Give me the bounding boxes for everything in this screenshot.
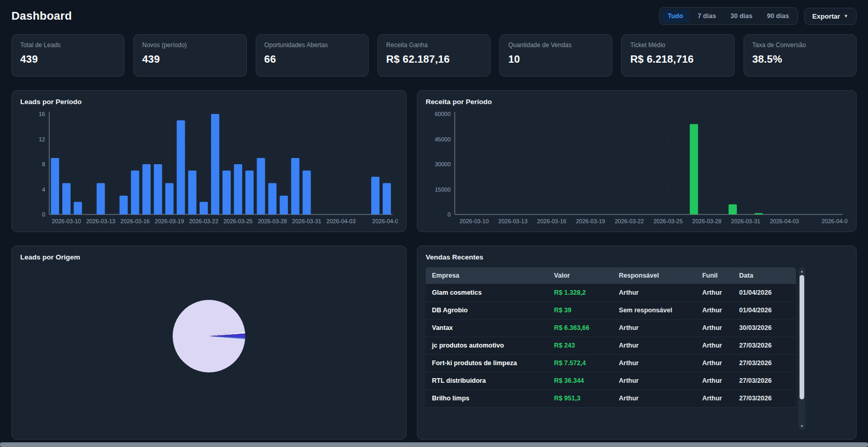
range-tab-tudo[interactable]: Tudo [661, 9, 690, 23]
cell-funil: Arthur [696, 284, 733, 301]
cell-funil: Arthur [696, 337, 733, 354]
range-tab-30-dias[interactable]: 30 dias [724, 9, 759, 23]
svg-text:15000: 15000 [435, 186, 451, 193]
svg-text:2026-03-10: 2026-03-10 [52, 218, 81, 224]
kpi-label: Ticket Médio [630, 41, 725, 49]
cell-empresa: Fort-ki produtos de limpeza [426, 354, 548, 372]
kpi-label: Quantidade de Vendas [508, 41, 604, 49]
kpi-value: 439 [142, 53, 237, 65]
svg-text:2026-03-25: 2026-03-25 [653, 218, 682, 224]
cell-responsavel: Arthur [613, 284, 696, 301]
svg-text:0: 0 [42, 211, 45, 218]
horizontal-scrollbar-thumb[interactable] [0, 442, 868, 447]
page-title: Dashboard [11, 9, 72, 23]
dashboard-page: Dashboard Tudo7 dias30 dias90 dias Expor… [0, 0, 868, 440]
svg-text:2026-04-07: 2026-04-07 [372, 218, 398, 224]
kpi-card: Receita GanhaR$ 62.187,16 [377, 34, 491, 77]
table-row[interactable]: jc produtos automotivoR$ 243ArthurArthur… [426, 337, 796, 354]
topbar-controls: Tudo7 dias30 dias90 dias Exportar ▼ [659, 7, 857, 25]
cell-funil: Arthur [696, 319, 733, 337]
kpi-card: Taxa de Conversão38.5% [744, 34, 857, 77]
svg-text:2026-03-16: 2026-03-16 [120, 218, 149, 224]
kpi-card: Ticket MédioR$ 6.218,716 [621, 34, 734, 77]
svg-text:2026-03-10: 2026-03-10 [459, 218, 488, 224]
kpi-label: Oportunidades Abertas [264, 41, 360, 49]
panel-title-revenue-period: Receita por Período [426, 98, 848, 106]
svg-text:2026-03-25: 2026-03-25 [223, 218, 253, 224]
scroll-down-icon[interactable]: ▼ [800, 423, 804, 429]
kpi-label: Total de Leads [20, 41, 116, 49]
kpi-value: 38.5% [752, 53, 848, 65]
kpi-value: R$ 6.218,716 [630, 53, 725, 65]
scroll-up-icon[interactable]: ▲ [800, 268, 804, 274]
cell-data: 01/04/2026 [733, 284, 796, 301]
cell-empresa: DB Agrobio [426, 301, 548, 319]
table-row[interactable]: RTL distribuidoraR$ 36.344ArthurArthur27… [426, 372, 796, 390]
svg-text:45000: 45000 [435, 136, 451, 142]
svg-text:2026-04-07: 2026-04-07 [821, 218, 848, 224]
svg-text:2026-03-13: 2026-03-13 [86, 218, 115, 224]
svg-text:2026-03-19: 2026-03-19 [155, 218, 184, 224]
cell-responsavel: Arthur [613, 337, 696, 354]
table-row[interactable]: DB AgrobioR$ 39Sem responsávelArthur01/0… [426, 301, 796, 319]
scrollbar-thumb[interactable] [800, 275, 804, 399]
cell-responsavel: Arthur [613, 354, 696, 372]
leads-bar-chart: 04812162026-03-102026-03-132026-03-16202… [20, 109, 398, 227]
cell-data: 27/03/2026 [733, 354, 796, 372]
kpi-label: Novos (período) [142, 41, 237, 49]
revenue-period-panel: Receita por Período 01500030000450006000… [417, 90, 857, 232]
sales-table-header: EmpresaValorResponsávelFunilData [426, 267, 796, 284]
svg-text:2026-03-19: 2026-03-19 [576, 218, 605, 224]
panel-title-leads-origin: Leads por Origem [20, 253, 398, 261]
column-header-data: Data [733, 267, 796, 284]
cell-valor: R$ 1.328,2 [548, 284, 613, 301]
svg-text:60000: 60000 [435, 111, 451, 117]
cell-responsavel: Arthur [613, 319, 696, 337]
kpi-card: Quantidade de Vendas10 [499, 34, 612, 77]
column-header-valor: Valor [548, 267, 613, 284]
svg-text:2026-03-16: 2026-03-16 [537, 218, 566, 224]
kpi-card: Total de Leads439 [11, 34, 124, 77]
cell-responsavel: Sem responsável [613, 301, 696, 319]
svg-text:4: 4 [42, 186, 45, 193]
cell-empresa: Vantax [426, 319, 548, 337]
svg-text:2026-03-31: 2026-03-31 [731, 218, 760, 224]
column-header-empresa: Empresa [426, 267, 548, 284]
table-row[interactable]: VantaxR$ 6.363,66ArthurArthur30/03/2026 [426, 319, 796, 337]
cell-data: 30/03/2026 [733, 319, 796, 337]
table-vertical-scrollbar[interactable]: ▲ ▼ [799, 267, 805, 430]
export-button[interactable]: Exportar ▼ [804, 8, 857, 25]
table-row[interactable]: Brilho limpsR$ 951,3ArthurArthur27/03/20… [426, 390, 796, 407]
cell-valor: R$ 243 [548, 337, 613, 354]
cell-data: 27/03/2026 [733, 372, 796, 390]
range-tab-90-dias[interactable]: 90 dias [760, 9, 795, 23]
cell-responsavel: Arthur [613, 390, 696, 407]
table-row[interactable]: Fort-ki produtos de limpezaR$ 7.572,4Art… [426, 354, 796, 372]
topbar: Dashboard Tudo7 dias30 dias90 dias Expor… [0, 0, 868, 31]
svg-text:2026-03-28: 2026-03-28 [258, 218, 287, 224]
export-button-label: Exportar [813, 12, 840, 20]
cell-empresa: jc produtos automotivo [426, 337, 548, 354]
range-tab-7-dias[interactable]: 7 dias [691, 9, 722, 23]
revenue-bar-chart: 0150003000045000600002026-03-102026-03-1… [426, 109, 848, 227]
sales-table-body: Glam cosmeticsR$ 1.328,2ArthurArthur01/0… [426, 284, 796, 407]
kpi-value: 439 [20, 53, 116, 65]
cell-valor: R$ 7.572,4 [548, 354, 613, 372]
svg-text:2026-03-22: 2026-03-22 [614, 218, 643, 224]
svg-text:8: 8 [42, 161, 45, 167]
page-horizontal-scrollbar[interactable] [0, 442, 868, 447]
leads-origin-panel: Leads por Origem [11, 246, 407, 440]
cell-funil: Arthur [696, 372, 733, 390]
cell-funil: Arthur [696, 390, 733, 407]
kpi-row: Total de Leads439Novos (período)439Oport… [0, 31, 868, 77]
cell-funil: Arthur [696, 301, 733, 319]
column-header-responsavel: Responsável [613, 267, 696, 284]
kpi-label: Taxa de Conversão [752, 41, 848, 49]
svg-text:2026-03-22: 2026-03-22 [189, 218, 218, 224]
svg-text:2026-04-03: 2026-04-03 [327, 218, 356, 224]
table-row[interactable]: Glam cosmeticsR$ 1.328,2ArthurArthur01/0… [426, 284, 796, 301]
kpi-card: Novos (período)439 [133, 34, 246, 77]
panel-title-recent-sales: Vendas Recentes [426, 253, 848, 261]
cell-data: 27/03/2026 [733, 337, 796, 354]
cell-empresa: Glam cosmetics [426, 284, 548, 301]
